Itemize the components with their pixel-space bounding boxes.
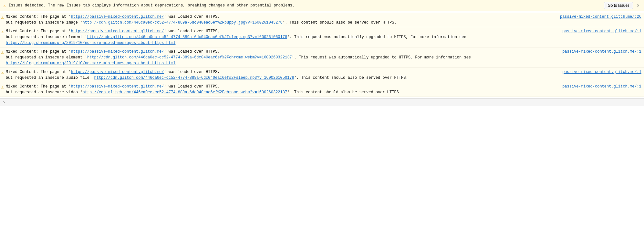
page-url-link[interactable]: https://passive-mixed-content.glitch.me/ [71, 84, 164, 89]
page-url-link[interactable]: https://passive-mixed-content.glitch.me/ [71, 29, 164, 34]
page-url-link[interactable]: https://passive-mixed-content.glitch.me/ [71, 49, 164, 54]
entry-text-block: Mixed Content: The page at 'https://pass… [6, 84, 641, 95]
line-ref-link[interactable]: passive-mixed-content.glitch.me/:1 [562, 49, 641, 55]
go-to-issues-button[interactable]: Go to Issues [604, 2, 633, 9]
blog-url-link[interactable]: https://blog.chromium.org/2019/10/no-mor… [6, 41, 176, 45]
console-area: ⚠Mixed Content: The page at 'https://pas… [0, 11, 644, 98]
entry-warning-icon: ⚠ [1, 70, 4, 76]
resource-url-link[interactable]: http://cdn.glitch.com/446ca0ec-cc52-4774… [87, 35, 287, 39]
entry-warning-icon: ⚠ [1, 84, 4, 91]
console-entry-1: ⚠Mixed Content: The page at 'https://pas… [0, 13, 644, 27]
entry-text-block: Mixed Content: The page at 'https://pass… [6, 69, 641, 81]
resource-url-link[interactable]: http://cdn.glitch.com/446ca0ec-cc52-4774… [82, 20, 282, 25]
close-banner-button[interactable]: × [636, 3, 641, 8]
entry-text-block: Mixed Content: The page at 'https://pass… [6, 28, 641, 46]
blog-url-link[interactable]: https://blog.chromium.org/2019/10/no-mor… [6, 61, 176, 66]
line-ref-link[interactable]: passive-mixed-content.glitch.me/:1 [562, 28, 641, 34]
console-entry-5: ⚠Mixed Content: The page at 'https://pas… [0, 82, 644, 97]
resource-url-link[interactable]: http://cdn.glitch.com/446ca0ec-cc52-4774… [82, 90, 287, 95]
line-ref-link[interactable]: passive-mixed-content.glitch.me/:1 [562, 69, 641, 75]
bottom-bar: › [0, 98, 644, 106]
console-entry-2: ⚠Mixed Content: The page at 'https://pas… [0, 27, 644, 47]
entry-warning-icon: ⚠ [1, 15, 4, 21]
console-entry-4: ⚠Mixed Content: The page at 'https://pas… [0, 68, 644, 82]
entry-warning-icon: ⚠ [1, 29, 4, 36]
chevron-right-icon[interactable]: › [3, 100, 5, 105]
page-url-link[interactable]: https://passive-mixed-content.glitch.me/ [71, 70, 164, 74]
warning-icon: ⚠️ [3, 3, 6, 8]
resource-url-link[interactable]: http://cdn.glitch.com/446ca0ec-cc52-4774… [87, 55, 292, 60]
console-entry-3: ⚠Mixed Content: The page at 'https://pas… [0, 47, 644, 68]
entry-warning-icon: ⚠ [1, 49, 4, 56]
entry-text-block: Mixed Content: The page at 'https://pass… [6, 49, 641, 66]
page-url-link[interactable]: https://passive-mixed-content.glitch.me/ [71, 15, 164, 19]
issues-banner-text: Issues detected. The new Issues tab disp… [8, 3, 601, 8]
resource-url-link[interactable]: http://cdn.glitch.com/446ca0ec-cc52-4774… [94, 76, 294, 80]
line-ref-link[interactable]: passive-mixed-content.glitch.me/:1 [562, 84, 641, 89]
issues-banner: ⚠️ Issues detected. The new Issues tab d… [0, 0, 644, 11]
line-ref-link[interactable]: passive-mixed-content.glitch.me/:26 [560, 14, 641, 20]
entry-text-block: Mixed Content: The page at 'https://pass… [6, 14, 641, 26]
